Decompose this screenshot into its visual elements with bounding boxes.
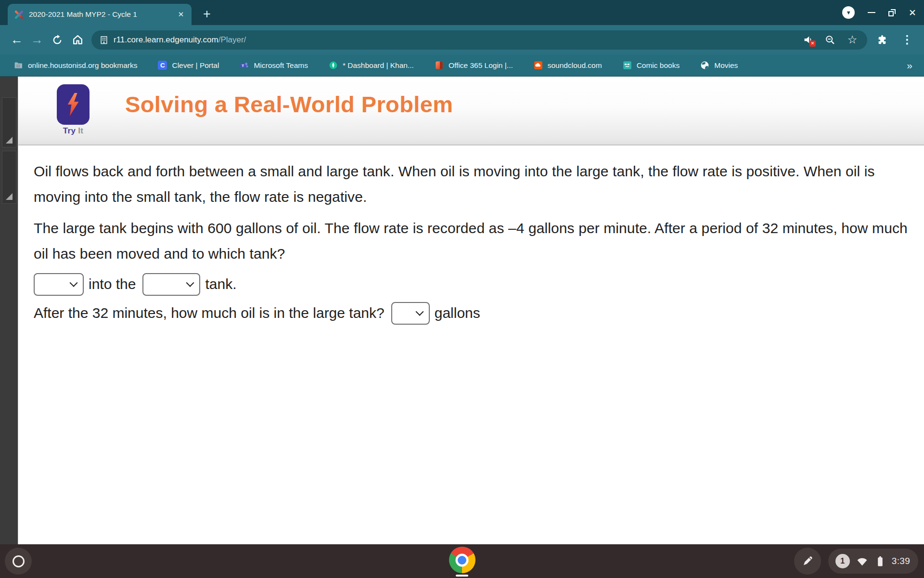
office-365-icon: [435, 61, 444, 70]
clock: 3:39: [892, 556, 910, 566]
tab-muted-icon[interactable]: ✕: [801, 33, 815, 47]
lesson-body: Oil flows back and forth between a small…: [18, 145, 924, 325]
chevron-down-icon: [186, 279, 194, 287]
window-menu-icon[interactable]: ▼: [842, 6, 855, 19]
chrome-icon: [449, 547, 475, 573]
bookmark-star-icon[interactable]: ☆: [845, 33, 860, 47]
question2-text: After the 32 minutes, how much oil is in…: [34, 305, 385, 321]
moved-amount-select[interactable]: [34, 273, 84, 296]
tank-suffix-text: tank.: [205, 276, 236, 292]
bookmark-comic-books[interactable]: Comic books: [616, 58, 686, 73]
page-content: TryIt Solving a Real-World Problem Oil f…: [0, 77, 924, 544]
chromeos-shelf: 1 3:39: [0, 544, 924, 578]
site-info-building-icon[interactable]: [99, 35, 109, 45]
stylus-pen-icon: [801, 555, 814, 567]
lesson-main: TryIt Solving a Real-World Problem Oil f…: [18, 77, 924, 544]
clever-icon: C: [158, 61, 167, 70]
tab-strip: 2020-2021 Math MYP2 - Cycle 1 ✕ + ▼ ✕: [0, 0, 924, 25]
wifi-icon: [856, 555, 868, 567]
chevron-down-icon: [70, 279, 78, 287]
forward-icon[interactable]: →: [27, 30, 47, 50]
back-icon[interactable]: ←: [7, 30, 27, 50]
try-it-badge: TryIt: [55, 84, 91, 136]
bookmark-khan-dashboard[interactable]: * Dashboard | Khan...: [322, 58, 420, 73]
chrome-app-button[interactable]: [448, 547, 476, 577]
restore-window-icon[interactable]: [888, 9, 896, 16]
soundcloud-icon: [534, 61, 543, 70]
tank-select[interactable]: [142, 273, 200, 296]
launcher-circle-icon: [13, 555, 25, 567]
page-title: Solving a Real-World Problem: [125, 91, 453, 118]
stylus-tools-button[interactable]: [794, 548, 821, 575]
notification-badge: 1: [835, 554, 850, 568]
try-it-label: TryIt: [55, 126, 91, 136]
home-icon[interactable]: [67, 30, 88, 50]
lightning-bolt-icon: [57, 84, 90, 125]
extensions-puzzle-icon[interactable]: [872, 30, 892, 50]
browser-menu-icon[interactable]: ⋮: [897, 30, 917, 50]
answer-row-1: into the tank.: [34, 273, 908, 296]
status-tray[interactable]: 1 3:39: [828, 549, 918, 574]
new-tab-button[interactable]: +: [198, 5, 216, 23]
close-window-icon[interactable]: ✕: [909, 7, 916, 18]
toolbar-right: ⋮: [872, 30, 917, 50]
tab-title: 2020-2021 Math MYP2 - Cycle 1: [29, 10, 175, 19]
problem-paragraph-2: The large tank begins with 600 gallons o…: [34, 215, 908, 267]
launcher-button[interactable]: [5, 548, 32, 575]
bookmark-folder-houstonisd[interactable]: online.houstonisd.org bookmarks: [8, 58, 143, 73]
reload-icon[interactable]: [47, 30, 67, 50]
globe-icon: [700, 61, 709, 70]
bookmarks-bar: online.houstonisd.org bookmarks C Clever…: [0, 54, 924, 77]
bookmark-soundcloud[interactable]: soundcloud.com: [527, 58, 608, 73]
chromeos-screen: 2020-2021 Math MYP2 - Cycle 1 ✕ + ▼ ✕ ← …: [0, 0, 924, 578]
window-controls: ▼ ✕: [842, 0, 916, 25]
browser-tab-active[interactable]: 2020-2021 Math MYP2 - Cycle 1 ✕: [8, 4, 192, 25]
mute-badge-icon: ✕: [809, 40, 816, 47]
bookmark-clever[interactable]: C Clever | Portal: [152, 58, 225, 73]
url-text: r11.core.learn.edgenuity.com/Player/: [114, 35, 246, 45]
collapsed-side-panel: [0, 77, 18, 544]
zoom-out-icon[interactable]: [823, 33, 837, 47]
address-bar[interactable]: r11.core.learn.edgenuity.com/Player/ ✕ ☆: [91, 30, 867, 50]
answer-row-2: After the 32 minutes, how much oil is in…: [34, 302, 908, 325]
folder-icon: [14, 61, 23, 70]
connector-text: into the: [89, 276, 136, 292]
chevron-down-icon: [415, 308, 424, 316]
teams-icon: T: [240, 61, 249, 70]
minimize-icon[interactable]: [868, 12, 875, 13]
gallons-select[interactable]: [391, 302, 430, 325]
gallons-suffix-text: gallons: [435, 305, 480, 321]
khan-academy-icon: [329, 61, 338, 70]
bookmark-movies[interactable]: Movies: [694, 58, 744, 73]
side-panel-expand-button-2[interactable]: [2, 151, 16, 204]
edgenuity-favicon: [14, 10, 24, 19]
browser-toolbar: ← → r11.core.learn.edgenuity.com/Player/…: [0, 25, 924, 54]
running-app-indicator: [456, 575, 468, 577]
lesson-header: TryIt Solving a Real-World Problem: [18, 77, 924, 145]
side-panel-expand-button-1[interactable]: [2, 97, 16, 147]
comic-books-icon: [623, 61, 632, 70]
tab-close-icon[interactable]: ✕: [175, 9, 187, 20]
bookmark-teams[interactable]: T Microsoft Teams: [233, 58, 314, 73]
battery-icon: [874, 555, 886, 567]
svg-text:T: T: [242, 64, 244, 68]
bookmarks-overflow-chevron[interactable]: »: [903, 60, 916, 71]
problem-paragraph-1: Oil flows back and forth between a small…: [34, 158, 908, 210]
bookmark-office365[interactable]: Office 365 Login |...: [428, 58, 519, 73]
